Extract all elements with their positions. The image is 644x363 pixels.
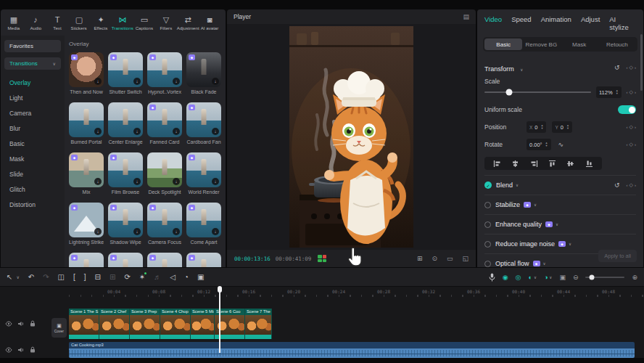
inspector-scrollbar[interactable] [640, 34, 643, 91]
transition-item[interactable]: ◆ ↓ Come Apart [186, 203, 221, 246]
download-icon[interactable]: ↓ [94, 178, 102, 185]
tab-media[interactable]: ▦ Media [3, 15, 25, 30]
display-mode-icon[interactable]: ▣ [559, 274, 566, 281]
avatar-icon[interactable]: ◔ [184, 273, 189, 282]
scale-slider[interactable] [484, 91, 591, 93]
download-icon[interactable]: ↓ [173, 228, 180, 235]
delete-icon[interactable]: ⊟ [95, 273, 101, 282]
position-y-stepper[interactable]: ▲ ▼ [566, 124, 569, 131]
download-icon[interactable]: ↓ [173, 128, 180, 135]
feature-checkbox[interactable] [484, 221, 491, 228]
undo-icon[interactable]: ↶ [28, 273, 34, 282]
select-tool-caret[interactable]: ∨ [16, 273, 19, 282]
tab-text[interactable]: T Text [46, 15, 68, 30]
rotate-dial-icon[interactable]: ∿ [558, 141, 564, 148]
transition-thumbnail[interactable]: ◆ ↓ [147, 102, 182, 137]
linkage-icon[interactable]: ◐∨ [528, 274, 536, 281]
align-left-icon[interactable] [493, 160, 501, 168]
chevron-down-icon[interactable]: ∨ [556, 222, 558, 227]
split-icon[interactable]: ◫ [58, 273, 65, 282]
transition-item[interactable]: ◆ ↓ Cardboard Fan [186, 102, 221, 146]
color-bars-icon[interactable] [318, 255, 326, 262]
extract-audio-icon[interactable]: ♬ [154, 273, 161, 282]
download-icon[interactable]: ↓ [212, 128, 219, 135]
keyframe-diamond-icon[interactable]: ◇ [629, 182, 633, 188]
transition-thumbnail[interactable]: ◆ ↓ [147, 152, 182, 187]
transition-item[interactable]: ◆ ↓ Deck Spotlight [147, 152, 182, 196]
fullscreen-icon[interactable]: ◱ [462, 255, 468, 262]
insp-tab-video[interactable]: Video [484, 15, 502, 31]
position-x-field[interactable]: X 0 ▲ ▼ [527, 121, 546, 133]
transition-item[interactable]: ◆ ↓ Lightning Strike [69, 203, 104, 246]
transition-item[interactable]: ◆ ↓ World Render [186, 152, 221, 196]
nav-basic[interactable]: Basic [4, 136, 61, 151]
trim-left-icon[interactable]: [ [73, 273, 75, 282]
transition-item[interactable]: ◆ ↓ [108, 253, 143, 267]
transition-item[interactable]: ◆ ↓ Black Fade [186, 52, 221, 96]
rotate-value-field[interactable]: 0.00° ▲ ▼ [527, 139, 551, 150]
transition-item[interactable]: ◆ ↓ Camera Focus [147, 203, 182, 246]
keyframe-next-icon[interactable]: › [635, 142, 636, 147]
download-icon[interactable]: ↓ [94, 128, 102, 135]
rotate-keyframe-control[interactable]: ‹ ◇ › [627, 142, 636, 147]
transition-thumbnail[interactable]: ◆ ↓ [69, 203, 104, 237]
position-y-field[interactable]: Y 0 ▲ ▼ [552, 121, 571, 133]
step-down-icon[interactable]: ▼ [566, 127, 569, 131]
transition-thumbnail[interactable]: ◆ ↓ [147, 253, 182, 267]
transition-thumbnail[interactable]: ◆ ↓ [69, 52, 104, 87]
preview-axis-icon[interactable]: ◑∨ [544, 274, 552, 281]
favorites-button[interactable]: Favorites [4, 40, 61, 52]
transition-thumbnail[interactable]: ◆ ↓ [108, 102, 143, 137]
nav-camera[interactable]: Camera [4, 105, 61, 121]
subtab-basic[interactable]: Basic [484, 38, 522, 50]
mute-track-icon[interactable] [17, 321, 25, 327]
transition-thumbnail[interactable]: ◆ ↓ [69, 102, 104, 137]
transform-keyframe-control[interactable]: ‹ ◇ › [627, 65, 636, 70]
transition-thumbnail[interactable]: ◆ ↓ [69, 152, 104, 187]
transitions-group-button[interactable]: Transitions ∨ [4, 57, 61, 70]
download-icon[interactable]: ↓ [94, 228, 102, 235]
transition-thumbnail[interactable]: ◆ ↓ [108, 152, 143, 187]
insp-tab-animation[interactable]: Animation [541, 15, 571, 31]
download-icon[interactable]: ↓ [133, 228, 141, 235]
trim-right-icon[interactable]: ] [84, 273, 86, 282]
subtab-remove-bg[interactable]: Remove BG [522, 38, 560, 50]
chevron-down-icon[interactable]: ∨ [520, 68, 523, 72]
position-x-stepper[interactable]: ▲ ▼ [541, 124, 544, 131]
select-tool-icon[interactable]: ↖ [7, 273, 12, 282]
display-settings-icon[interactable]: ▤ [463, 13, 469, 20]
transition-thumbnail[interactable]: ◆ ↓ [108, 52, 143, 87]
tab-ai-avatar[interactable]: ◙ AI avatar [199, 15, 220, 30]
playhead[interactable] [219, 287, 220, 353]
timeline-ruler[interactable]: 00:04 00:08 00:12 00:16 00:20 00:24 00:2… [0, 287, 644, 298]
chevron-down-icon[interactable]: ∨ [569, 242, 571, 246]
transition-thumbnail[interactable]: ◆ ↓ [186, 203, 221, 237]
zoom-slider-knob[interactable] [589, 274, 594, 280]
align-bottom-icon[interactable] [585, 160, 593, 168]
keyframe-diamond-icon[interactable]: ◇ [629, 89, 633, 95]
align-center-horizontal-icon[interactable] [511, 160, 519, 168]
transition-item[interactable]: ◆ ↓ Center Enlarge [108, 102, 143, 146]
nav-overlay[interactable]: Overlay [4, 75, 61, 90]
auto-snap-icon[interactable]: ◎ [516, 274, 521, 281]
row-stabilize[interactable]: Stabilize ◆ ∨ [484, 195, 636, 214]
keyframe-prev-icon[interactable]: ‹ [627, 183, 628, 187]
lock-track-icon[interactable] [30, 346, 36, 353]
transition-thumbnail[interactable]: ◆ ↓ [108, 253, 143, 267]
video-clip[interactable]: Scene 4 Chop [160, 309, 191, 339]
video-clip[interactable]: Scene 5 Mix [191, 309, 215, 339]
scale-keyframe-control[interactable]: ‹ ◇ › [627, 89, 636, 95]
transition-item[interactable]: ◆ ↓ Film Browse [108, 152, 143, 196]
transition-item[interactable]: ◆ ↓ Shutter Switch [108, 52, 143, 96]
hide-track-icon[interactable] [5, 321, 12, 327]
main-track-magnet-icon[interactable]: ◉ [503, 274, 508, 281]
nav-light[interactable]: Light [4, 90, 61, 105]
keyframe-next-icon[interactable]: › [635, 65, 636, 70]
audio-clip[interactable]: Cat Cooking.mp3 [69, 342, 635, 358]
preview-quality-icon[interactable]: ⊞ [417, 255, 423, 262]
tab-captions[interactable]: ▭ Captions [133, 15, 155, 30]
nav-blur[interactable]: Blur [4, 121, 61, 136]
align-middle-icon[interactable] [566, 160, 574, 168]
transition-item[interactable]: ◆ ↓ Then and Now [69, 52, 104, 96]
feature-checkbox[interactable] [484, 202, 491, 208]
